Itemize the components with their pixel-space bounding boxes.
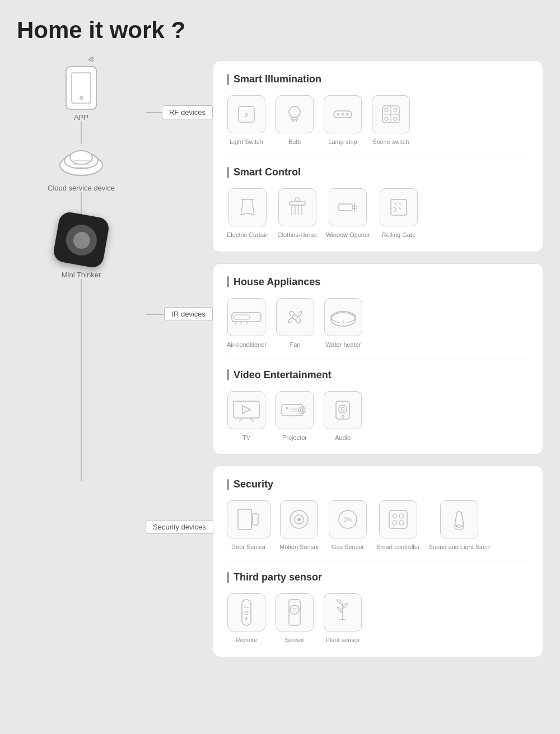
svg-point-13 [289,106,300,118]
smart-control-title: Smart Control [227,166,529,178]
device-tv: TV [227,391,266,442]
svg-point-75 [393,521,397,525]
device-door-sensor: Door Sensor [227,500,270,551]
device-lamp-strip: Lamp strip [323,95,362,146]
device-remote: Remote [227,593,266,644]
svg-rect-35 [339,204,352,211]
security-panel: Security Door Sensor Motion Sensor [213,466,543,657]
device-gas-sensor: 3% Gas Sensor [328,500,367,551]
svg-rect-78 [242,600,251,625]
svg-point-83 [290,605,299,614]
svg-rect-42 [234,315,250,319]
svg-point-7 [70,151,92,164]
security-devices: Door Sensor Motion Sensor 3% Gas Sensor [227,500,529,551]
svg-point-69 [297,518,301,521]
illumination-devices: a Light Switch Bulb Lamp strip [227,95,529,146]
svg-point-64 [342,415,344,417]
device-projector: Projector [275,391,314,442]
svg-rect-65 [238,509,251,529]
app-device: APP [66,66,97,122]
device-siren: Sound and Light Siren [429,500,490,551]
svg-point-76 [399,521,404,525]
svg-point-25 [394,108,397,112]
device-plant-sensor: Plant sensor [323,593,362,644]
svg-point-24 [385,108,388,112]
device-smart-controller: Smart controller [376,500,420,551]
rf-panel: Smart Illumination a Light Switch Bulb [213,61,543,252]
svg-line-52 [239,418,242,421]
security-title: Security [227,479,529,490]
house-appliances-devices: Air-conditioner Fan Water heater [227,298,529,349]
svg-point-58 [286,407,288,409]
device-window-opener: Window Opener [326,188,370,239]
svg-line-44 [241,322,242,325]
svg-point-81 [245,617,248,620]
svg-text:a: a [245,111,249,118]
device-bulb: Bulb [275,95,314,146]
svg-point-73 [393,514,397,518]
svg-rect-41 [232,313,261,322]
svg-rect-29 [290,202,305,205]
svg-rect-66 [253,514,258,525]
device-fan: Fan [276,298,315,349]
house-appliances-title: House Appliances [227,276,529,288]
svg-line-53 [250,418,254,421]
device-curtain: Electric Curtain [227,188,269,239]
device-audio: Audio [323,391,362,442]
page-title: Home it work ? [17,17,543,44]
smart-illumination-title: Smart Illumination [227,73,529,85]
svg-marker-54 [242,406,250,414]
device-sensor2: Sensor [275,593,314,644]
svg-point-34 [295,198,300,201]
svg-point-56 [298,407,305,414]
svg-line-40 [394,210,396,212]
svg-point-84 [293,608,296,611]
third-party-devices: Remote Sensor Plant sensor [227,593,529,644]
device-motion-sensor: Motion Sensor [279,500,319,551]
device-scene-switch: Scene switch [371,95,410,146]
svg-rect-72 [389,510,407,528]
svg-point-80 [245,611,248,615]
svg-point-26 [385,117,388,120]
rf-label: RF devices [162,105,213,119]
video-entertainment-devices: TV Projector Audio [227,391,529,442]
svg-rect-61 [336,401,349,419]
svg-point-74 [399,514,404,518]
device-clothes-horse: Clothes-Horse [278,188,317,239]
svg-point-20 [346,113,348,115]
svg-point-63 [341,407,344,411]
smart-control-devices: Electric Curtain Clothes-Horse Window Op… [227,188,529,239]
svg-point-27 [394,117,397,120]
ir-panel: House Appliances Air-conditioner Fan [213,263,543,455]
svg-line-43 [235,322,236,325]
cloud-device: Cloud service device [48,144,115,192]
device-ac: Air-conditioner [227,298,267,349]
svg-point-19 [342,113,344,115]
svg-rect-51 [234,401,259,418]
svg-text:3%: 3% [344,517,352,523]
svg-rect-14 [292,118,297,120]
security-label: Security devices [146,520,213,534]
svg-point-62 [339,405,347,413]
third-party-sensor-title: Third party sensor [227,572,529,583]
svg-point-47 [331,313,356,326]
device-light-switch: a Light Switch [227,95,266,146]
svg-point-18 [337,113,339,115]
svg-line-45 [246,322,248,325]
video-entertainment-title: Video Entertainment [227,369,529,381]
svg-point-46 [293,315,297,319]
ir-label: IR devices [164,307,213,321]
svg-rect-55 [282,405,303,416]
mini-thinker-device: Mini Thinker [56,215,106,279]
device-rolling-gate: Rolling Gate [379,188,418,239]
device-water-heater: Water heater [324,298,363,349]
